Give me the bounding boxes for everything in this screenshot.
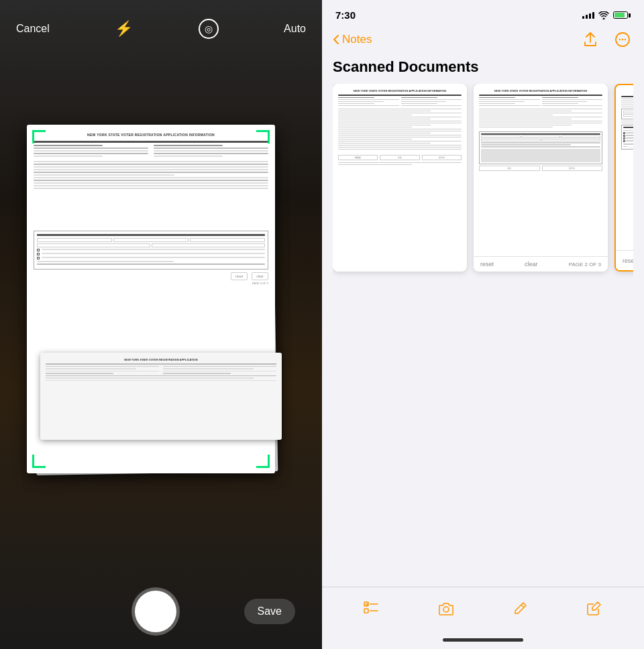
scanned-doc-3[interactable]: NEW YORK STATE VOTER REGISTRATION APPLIC… <box>614 84 633 272</box>
status-icons <box>582 11 631 19</box>
svg-point-3 <box>625 39 626 40</box>
pencil-icon <box>512 601 528 617</box>
scanned-docs-scroll[interactable]: NEW YORK STATE VOTER REGISTRATION APPLIC… <box>333 84 633 372</box>
doc-page-number: PAGE 3 OF 3 <box>34 282 268 285</box>
flash-icon[interactable]: ⚡ <box>115 20 133 38</box>
camera-toolbar-icon <box>437 601 455 616</box>
doc-2-clear[interactable]: clear <box>525 261 538 268</box>
back-button[interactable]: Notes <box>333 33 372 46</box>
more-icon <box>614 32 631 48</box>
notes-toolbar <box>322 587 644 630</box>
camera-button[interactable] <box>431 594 461 624</box>
more-button[interactable] <box>612 29 633 50</box>
scan-profile-icon: ◎ <box>199 19 219 39</box>
camera-bottom-bar: Save <box>0 581 322 649</box>
battery-icon <box>613 11 631 19</box>
doc-2-page: PAGE 2 OF 3 <box>569 261 601 268</box>
doc-reset-label: reset <box>231 272 248 280</box>
doc-3-bottom-bar: reset clear Insert / Close PAGE 3 OF 3 <box>616 250 633 270</box>
home-bar <box>443 638 523 642</box>
capture-button[interactable] <box>131 587 180 636</box>
scanned-doc-2[interactable]: NEW YORK STATE VOTER REGISTRATION APPLIC… <box>474 84 608 272</box>
svg-point-8 <box>443 607 449 612</box>
doc-clear-label: clear <box>252 272 268 280</box>
camera-viewfinder: NEW YORK STATE VOTER REGISTRATION APPLIC… <box>0 44 322 581</box>
svg-rect-6 <box>364 609 368 613</box>
notes-panel: 7:30 <box>322 0 644 649</box>
share-button[interactable] <box>580 29 601 50</box>
lower-document: NEW YORK STATE VOTER REGISTRATION APPLIC… <box>40 353 282 440</box>
camera-top-bar <box>0 0 322 13</box>
home-indicator <box>322 630 644 649</box>
compose-button[interactable] <box>579 594 608 624</box>
notes-nav-actions <box>580 29 633 50</box>
auto-button[interactable]: Auto <box>284 23 306 35</box>
status-time: 7:30 <box>335 9 356 21</box>
notes-nav-bar: Notes <box>322 26 644 56</box>
scanned-docs-header: Scanned Documents <box>333 56 633 76</box>
svg-point-1 <box>619 39 621 40</box>
pencil-button[interactable] <box>505 594 535 624</box>
svg-point-2 <box>622 39 623 40</box>
doc-2-bottom-bar: reset clear PAGE 2 OF 3 <box>474 256 608 272</box>
camera-panel: Cancel ⚡ ◎ Auto NEW YORK STATE VOTER REG… <box>0 0 322 649</box>
cancel-button[interactable]: Cancel <box>16 23 50 35</box>
doc-2-reset[interactable]: reset <box>480 261 494 268</box>
checklist-icon <box>363 601 382 617</box>
compose-icon <box>586 601 602 617</box>
wifi-icon <box>598 11 609 19</box>
notes-content: Scanned Documents NEW YORK STATE VOTER R… <box>322 56 644 587</box>
capture-button-inner <box>135 591 176 632</box>
scanned-doc-1[interactable]: NEW YORK STATE VOTER REGISTRATION APPLIC… <box>333 84 467 272</box>
checklist-button[interactable] <box>358 594 387 624</box>
camera-controls-bar: Cancel ⚡ ◎ Auto <box>0 13 322 44</box>
share-icon <box>584 32 597 47</box>
svg-line-9 <box>521 605 524 607</box>
back-label: Notes <box>342 33 372 46</box>
save-button[interactable]: Save <box>244 599 295 624</box>
doc-3-reset[interactable]: reset <box>623 257 633 264</box>
signal-bars-icon <box>582 12 594 19</box>
chevron-left-icon <box>333 34 339 45</box>
doc-page-title: NEW YORK STATE VOTER REGISTRATION APPLIC… <box>34 133 268 137</box>
notes-status-bar: 7:30 <box>322 0 644 26</box>
